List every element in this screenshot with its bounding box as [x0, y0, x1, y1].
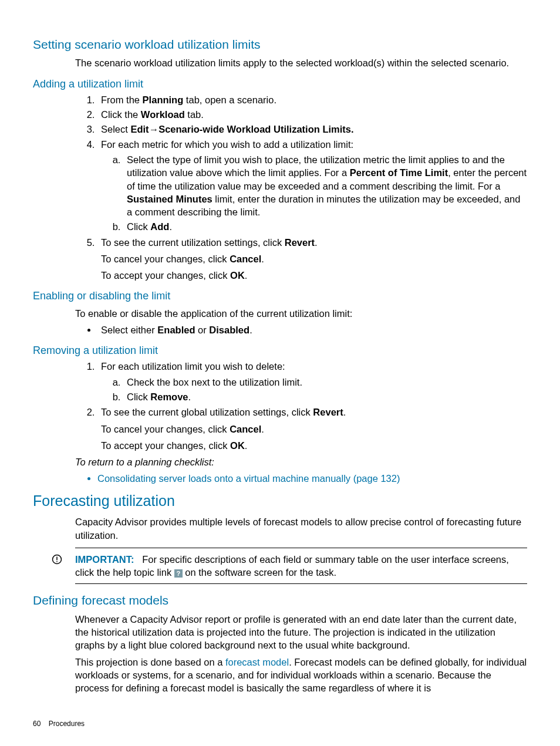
paragraph: To cancel your changes, click Cancel.	[101, 423, 527, 436]
paragraph: To accept your changes, click OK.	[101, 269, 527, 282]
list-item: Click Remove.	[123, 390, 527, 403]
list-item: To see the current global utilization se…	[97, 406, 527, 452]
important-label: IMPORTANT:	[75, 554, 134, 565]
help-icon: ?	[174, 569, 183, 578]
list-item: Select either Enabled or Disabled.	[97, 323, 527, 336]
paragraph-enabling: To enable or disable the application of …	[75, 307, 527, 320]
list-removing-sub: Check the box next to the utilization li…	[101, 376, 527, 404]
paragraph-setting-intro: The scenario workload utilization limits…	[75, 56, 527, 69]
paragraph-def1: Whenever a Capacity Advisor report or pr…	[75, 613, 527, 652]
list-item: Consolidating server loads onto a virtua…	[97, 472, 527, 485]
list-item: Click Add.	[123, 220, 527, 233]
list-return-links: Consolidating server loads onto a virtua…	[75, 472, 527, 485]
svg-rect-2	[56, 561, 58, 562]
list-item: Select the type of limit you wish to pla…	[123, 153, 527, 218]
heading-defining: Defining forecast models	[33, 592, 527, 609]
list-enabling: Select either Enabled or Disabled.	[75, 323, 527, 336]
list-removing: For each utilization limit you wish to d…	[75, 360, 527, 452]
list-item: To see the current utilization settings,…	[97, 236, 527, 282]
list-adding: From the Planning tab, open a scenario. …	[75, 93, 527, 282]
list-item: Select Edit→Scenario-wide Workload Utili…	[97, 123, 527, 136]
paragraph-def2: This projection is done based on a forec…	[75, 656, 527, 695]
important-text-2: on the software screen for the task.	[183, 567, 336, 578]
heading-removing-limit: Removing a utilization limit	[33, 343, 527, 357]
paragraph: To accept your changes, click OK.	[101, 439, 527, 452]
link-forecast-model[interactable]: forecast model	[225, 657, 289, 667]
heading-forecasting: Forecasting utilization	[33, 491, 527, 511]
heading-enabling-limit: Enabling or disabling the limit	[33, 289, 527, 303]
list-item: For each metric for which you wish to ad…	[97, 138, 527, 234]
link-consolidate[interactable]: Consolidating server loads onto a virtua…	[97, 473, 400, 484]
heading-setting-limits: Setting scenario workload utilization li…	[33, 36, 527, 53]
important-icon	[52, 554, 62, 568]
list-adding-sub: Select the type of limit you wish to pla…	[101, 153, 527, 234]
svg-rect-1	[56, 556, 58, 560]
list-item: Check the box next to the utilization li…	[123, 376, 527, 389]
heading-adding-limit: Adding a utilization limit	[33, 77, 527, 91]
important-note: IMPORTANT: For specific descriptions of …	[75, 548, 527, 585]
list-item: For each utilization limit you wish to d…	[97, 360, 527, 403]
list-item: From the Planning tab, open a scenario.	[97, 93, 527, 106]
paragraph-forecasting: Capacity Advisor provides multiple level…	[75, 515, 527, 542]
list-item: Click the Workload tab.	[97, 108, 527, 121]
paragraph: To cancel your changes, click Cancel.	[101, 252, 527, 265]
paragraph-return: To return to a planning checklist:	[75, 455, 527, 468]
